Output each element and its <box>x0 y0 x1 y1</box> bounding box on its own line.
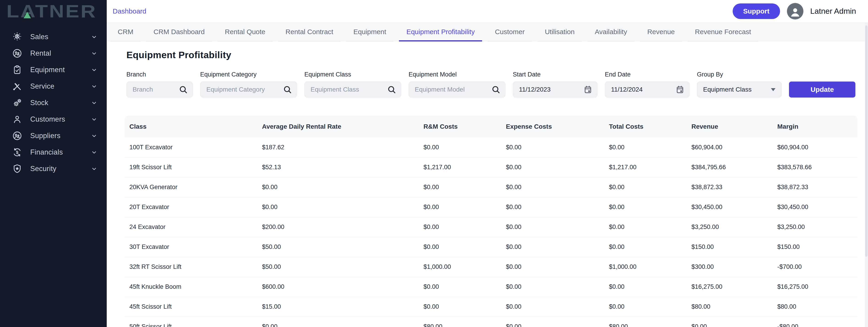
avatar[interactable] <box>787 3 803 20</box>
latner-logo[interactable]: LATNER <box>0 0 107 22</box>
cell-margin: $80.00 <box>774 297 858 317</box>
cell-revenue: $384,795.66 <box>688 157 774 177</box>
sidebar-item-rental[interactable]: Rental <box>0 45 107 62</box>
cell-class: 45ft Knuckle Boom <box>125 277 258 297</box>
col-average-daily-rental-rate: Average Daily Rental Rate <box>258 116 420 137</box>
sidebar-item-label: Customers <box>30 115 91 124</box>
sidebar-item-label: Suppliers <box>30 132 91 140</box>
col-total-costs: Total Costs <box>606 116 688 137</box>
cell-rm-costs: $0.00 <box>420 197 502 217</box>
sidebar-item-label: Sales <box>30 33 91 41</box>
cell-average-daily-rental-rate: $0.00 <box>258 197 420 217</box>
search-icon <box>387 85 396 94</box>
cell-rm-costs: $80.00 <box>420 317 502 327</box>
cell-margin: $16,275.00 <box>774 277 858 297</box>
equipment-class-input[interactable] <box>304 81 401 98</box>
chevron-down-icon <box>91 33 98 40</box>
tab-equipment-profitability[interactable]: Equipment Profitability <box>398 22 483 41</box>
chevron-down-icon <box>91 149 98 156</box>
cell-revenue: $150.00 <box>688 237 774 257</box>
cell-class: 20T Excavator <box>125 197 258 217</box>
tab-equipment[interactable]: Equipment <box>345 22 395 41</box>
tab-rental-contract[interactable]: Rental Contract <box>277 22 342 41</box>
group-by-select[interactable]: Equipment Class <box>697 81 782 98</box>
cell-expense-costs: $0.00 <box>502 217 606 237</box>
sidebar-item-stock[interactable]: Stock <box>0 95 107 111</box>
start-date-filter: Start Date <box>513 71 597 98</box>
chevron-down-icon <box>91 83 98 90</box>
equipment-class-filter: Equipment Class <box>304 71 401 98</box>
tab-rental-quote[interactable]: Rental Quote <box>216 22 274 41</box>
cell-class: 45ft Scissor Lift <box>125 297 258 317</box>
update-button[interactable]: Update <box>789 81 856 98</box>
svg-text:$: $ <box>16 150 18 155</box>
col-expense-costs: Expense Costs <box>502 116 606 137</box>
cell-expense-costs: $0.00 <box>502 277 606 297</box>
sales-network-icon <box>12 32 23 42</box>
cell-revenue: $38,872.33 <box>688 177 774 197</box>
scrollbar-track[interactable] <box>865 22 868 327</box>
col-revenue: Revenue <box>688 116 774 137</box>
cell-average-daily-rental-rate: $52.13 <box>258 157 420 177</box>
breadcrumb[interactable]: Dashboard <box>113 7 146 15</box>
tab-revenue-forecast[interactable]: Revenue Forecast <box>686 22 760 41</box>
cell-revenue: $0.00 <box>688 317 774 327</box>
cell-average-daily-rental-rate: $0.00 <box>258 177 420 197</box>
cell-class: 100T Excavator <box>125 137 258 157</box>
cell-average-daily-rental-rate: $50.00 <box>258 257 420 277</box>
sidebar-nav: Sales Rental Equipment <box>0 22 107 177</box>
search-icon <box>491 85 500 94</box>
shield-star-icon <box>12 164 23 174</box>
branch-label: Branch <box>126 71 193 78</box>
branch-filter: Branch <box>126 71 193 98</box>
equipment-category-input[interactable] <box>200 81 297 98</box>
cell-total-costs: $0.00 <box>606 277 688 297</box>
header-right: Support Latner Admin <box>733 3 856 20</box>
scrollbar-thumb[interactable] <box>865 25 868 257</box>
cell-rm-costs: $0.00 <box>420 237 502 257</box>
cell-class: 30T Excavator <box>125 237 258 257</box>
equipment-model-input[interactable] <box>409 81 505 98</box>
sidebar-item-service[interactable]: Service <box>0 78 107 95</box>
sidebar-item-suppliers[interactable]: Suppliers <box>0 128 107 144</box>
cell-rm-costs: $0.00 <box>420 177 502 197</box>
cell-margin: $3,250.00 <box>774 217 858 237</box>
cell-class: 24 Excavator <box>125 217 258 237</box>
cell-expense-costs: $0.00 <box>502 297 606 317</box>
support-button[interactable]: Support <box>733 3 780 19</box>
sidebar: LATNER Sales Rental <box>0 0 107 327</box>
tab-crm-dashboard[interactable]: CRM Dashboard <box>145 22 213 41</box>
table-row: 45ft Knuckle Boom $600.00 $0.00 $0.00 $0… <box>125 277 858 297</box>
equipment-category-label: Equipment Category <box>200 71 297 78</box>
logo-triangle-icon <box>24 12 31 18</box>
table-row: 24 Excavator $200.00 $0.00 $0.00 $0.00 $… <box>125 217 858 237</box>
cell-average-daily-rental-rate: $200.00 <box>258 217 420 237</box>
profitability-table-card: Class Average Daily Rental Rate R&M Cost… <box>125 116 858 327</box>
tab-revenue[interactable]: Revenue <box>639 22 683 41</box>
cell-revenue: $30,450.00 <box>688 197 774 217</box>
user-icon <box>788 5 802 19</box>
table-row: 100T Excavator $187.62 $0.00 $0.00 $0.00… <box>125 137 858 157</box>
cell-expense-costs: $0.00 <box>502 157 606 177</box>
sidebar-item-equipment[interactable]: Equipment <box>0 62 107 78</box>
sidebar-item-security[interactable]: Security <box>0 161 107 177</box>
user-name: Latner Admin <box>810 7 856 15</box>
tab-customer[interactable]: Customer <box>486 22 533 41</box>
sidebar-item-customers[interactable]: Customers <box>0 111 107 128</box>
cell-total-costs: $1,000.00 <box>606 257 688 277</box>
tab-crm[interactable]: CRM <box>109 22 142 41</box>
top-header: Dashboard Support Latner Admin <box>107 0 868 22</box>
tab-utilisation[interactable]: Utilisation <box>536 22 583 41</box>
calendar-icon <box>675 85 685 94</box>
cell-rm-costs: $0.00 <box>420 137 502 157</box>
page-title: Equipment Profitability <box>126 50 858 61</box>
sidebar-item-label: Security <box>30 165 91 173</box>
sidebar-item-label: Equipment <box>30 66 91 74</box>
cell-rm-costs: $0.00 <box>420 277 502 297</box>
sidebar-item-sales[interactable]: Sales <box>0 29 107 45</box>
start-date-label: Start Date <box>513 71 597 78</box>
tab-availability[interactable]: Availability <box>586 22 636 41</box>
end-date-filter: End Date <box>605 71 690 98</box>
person-icon <box>12 114 23 125</box>
sidebar-item-financials[interactable]: $ Financials <box>0 144 107 161</box>
